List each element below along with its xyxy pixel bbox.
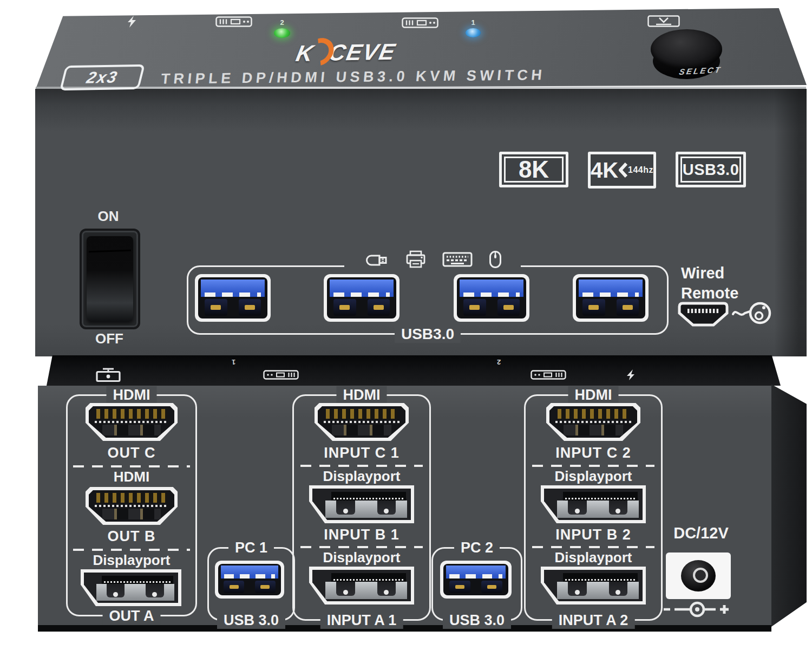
input-a2-type-label: Displayport [526,549,661,566]
power-rocker-switch [80,229,140,329]
badge-4k144hz: 4K 144hz [588,152,656,188]
bottom-unit-side-face [771,382,807,627]
divider [532,546,654,548]
usb-hub-label: USB3.0 [395,326,461,343]
pc1-label: PC 1 [228,539,274,556]
displayport-input-b2-port [541,485,646,523]
strip-port-diagram-2-icon [531,370,566,380]
pc2-group: PC 2 USB 3.0 [431,547,522,621]
port-diagram-2-icon [215,16,252,27]
displayport-out-a-port [81,569,181,606]
pc2-usb-label: USB 3.0 [443,612,511,629]
bottom-unit-top-strip [47,355,781,386]
usb-device-icon [647,15,680,27]
badge-144hz-text: 144hz [628,165,653,175]
out-b-type-label: HDMI [68,469,195,485]
model-badge: 2x3 [60,64,145,91]
mouse-icon [489,250,502,269]
out-a-label: OUT A [103,607,161,625]
printer-icon [405,250,426,269]
power-on-label: ON [78,208,138,225]
remote-connector-port [678,301,729,327]
led-blue-number: 1 [465,18,481,27]
usb3-port-4 [573,274,649,322]
blue-status-led [466,28,481,37]
hdmi-input-c1-port [315,403,409,441]
wired-remote-icon [732,297,772,327]
wired-remote-line2: Remote [681,283,738,303]
input-a1-type-label: Displayport [294,549,429,566]
usb-hub-group: USB3.0 [187,265,669,335]
badge-4k-text: 4K [591,158,618,183]
green-status-led [274,28,290,38]
keyboard-icon [442,251,473,268]
usb3-port-3 [454,274,529,322]
output-group: HDMI OUT C HDMI OUT B Displayport OUT A [66,394,197,616]
input-b1-type-label: Displayport [294,468,429,485]
displayport-input-a1-port [309,567,414,604]
hdmi-out-b-port [86,487,178,525]
input-c2-label: INPUT C 2 [526,445,661,461]
divider [73,549,190,551]
input-a2-label: INPUT A 2 [552,612,635,629]
bottom-unit-bottom-edge [38,625,771,632]
peripheral-icons-row [344,249,521,270]
input2-group: HDMI INPUT C 2 Displayport INPUT B 2 Dis… [524,394,663,621]
pc1-usb-label: USB 3.0 [217,612,285,629]
out-b-label: OUT B [68,528,195,545]
flash-drive-icon [363,252,389,267]
brand-logo: K CEVE [294,37,479,67]
monitor-icon [95,367,121,382]
input1-group: HDMI INPUT C 1 Displayport INPUT B 1 Dis… [292,394,431,621]
product-photo-kvm-switch: { "front": { "brand_k": "K", "brand_rest… [0,0,812,650]
strip-lightning-icon [624,369,636,380]
out-c-label: OUT C [68,445,195,461]
badge-8k: 8K [499,152,568,187]
strip-port-diagram-1-icon [263,370,299,380]
badge-usb30: USB3.0 [676,152,746,187]
hdmi-input-c2-port [546,403,640,441]
displayport-input-b1-port [309,485,414,523]
out-c-type-label: HDMI [107,386,157,404]
pc1-group: PC 1 USB 3.0 [207,547,295,621]
pc2-usb-port [440,561,512,599]
wired-remote-label: Wired Remote [681,263,738,303]
usb3-port-1 [195,274,271,322]
port-diagram-1-icon [402,17,438,28]
input-a1-label: INPUT A 1 [320,612,403,629]
usb3-port-2 [324,274,400,322]
chevron-left-icon [619,162,627,178]
input-b2-type-label: Displayport [526,468,661,485]
input-b1-label: INPUT B 1 [294,526,429,543]
lightning-icon [127,15,140,28]
dc-power-jack [666,552,731,599]
divider [300,546,423,548]
dc-power-label: DC/12V [665,524,737,542]
strip-number-1: 1 [232,358,235,366]
input-c1-type-label: HDMI [337,386,387,404]
power-off-label: OFF [80,330,139,347]
brand-logo-rest: CEVE [326,39,398,66]
divider [300,465,423,467]
input-b2-label: INPUT B 2 [526,526,661,543]
divider [73,465,190,467]
input-c2-type-label: HDMI [568,386,619,404]
displayport-input-a2-port [541,567,646,604]
out-a-type-label: Displayport [68,552,195,569]
polarity-icon [662,600,735,619]
divider [532,465,654,467]
input-c1-label: INPUT C 1 [294,445,429,461]
led-green-number: 2 [274,18,290,27]
wired-remote-line1: Wired [681,263,738,283]
strip-number-2: 2 [497,358,501,366]
pc2-label: PC 2 [454,539,500,556]
hdmi-out-c-port [86,403,178,441]
pc1-usb-port [215,561,284,599]
